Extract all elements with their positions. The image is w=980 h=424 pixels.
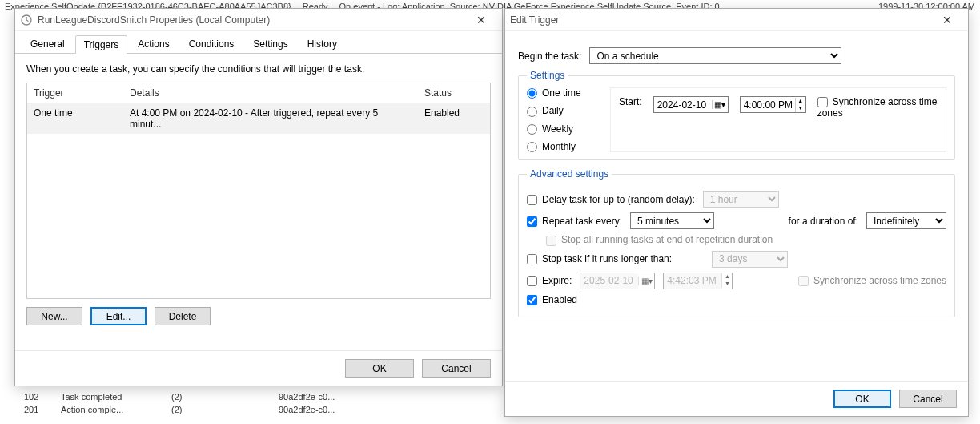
spin-down-icon[interactable]: ▼ <box>796 105 805 112</box>
repeat-interval-select[interactable]: 5 minutes <box>630 212 714 229</box>
cancel-button[interactable]: Cancel <box>422 359 491 378</box>
cancel-button[interactable]: Cancel <box>899 390 957 408</box>
expire-date-input: ▦▾ <box>580 273 655 289</box>
tab-bar: General Triggers Actions Conditions Sett… <box>15 31 502 54</box>
ok-button[interactable]: OK <box>833 390 891 408</box>
radio-daily[interactable]: Daily <box>527 105 599 116</box>
stop-longer-select: 3 days <box>712 251 788 268</box>
col-details[interactable]: Details <box>123 83 418 103</box>
dialog-title: RunLeagueDiscordSnitch Properties (Local… <box>38 14 270 26</box>
duration-select[interactable]: Indefinitely <box>866 212 946 229</box>
start-label: Start: <box>619 96 642 107</box>
close-button[interactable]: ✕ <box>465 10 497 30</box>
trigger-table[interactable]: Trigger Details Status One time At 4:00 … <box>26 83 491 299</box>
col-status[interactable]: Status <box>418 83 490 103</box>
begin-task-label: Begin the task: <box>518 50 581 62</box>
new-button[interactable]: New... <box>26 307 82 325</box>
titlebar: RunLeagueDiscordSnitch Properties (Local… <box>15 9 502 31</box>
stop-all-checkbox: Stop all running tasks at end of repetit… <box>546 234 773 245</box>
radio-one-time[interactable]: One time <box>527 87 599 99</box>
expire-sync-checkbox: Synchronize across time zones <box>798 275 946 286</box>
calendar-icon[interactable]: ▦▾ <box>712 100 728 109</box>
close-button[interactable]: ✕ <box>931 10 963 30</box>
table-row[interactable]: One time At 4:00 PM on 2024-02-10 - Afte… <box>27 103 490 134</box>
radio-weekly[interactable]: Weekly <box>527 123 599 135</box>
table-header: Trigger Details Status <box>27 83 490 103</box>
edit-trigger-dialog: Edit Trigger ✕ Begin the task: On a sche… <box>504 8 969 417</box>
begin-task-select[interactable]: On a schedule <box>589 47 841 64</box>
repeat-checkbox[interactable]: Repeat task every: <box>527 216 622 227</box>
tab-settings[interactable]: Settings <box>244 34 296 53</box>
tab-history[interactable]: History <box>299 34 346 53</box>
spin-up-icon: ▲ <box>722 273 732 281</box>
bg-event-list: 102Task completed(2)90a2df2e-c0... 201Ac… <box>24 390 335 416</box>
tab-conditions[interactable]: Conditions <box>180 34 243 53</box>
start-date-input[interactable]: ▦▾ <box>653 96 729 113</box>
schedule-radio-group: One time Daily Weekly Monthly <box>527 87 599 152</box>
tab-general[interactable]: General <box>22 34 74 53</box>
expire-checkbox[interactable]: Expire: <box>527 275 572 286</box>
spin-up-icon[interactable]: ▲ <box>796 98 805 105</box>
tab-triggers[interactable]: Triggers <box>75 35 128 54</box>
tab-actions[interactable]: Actions <box>129 34 178 53</box>
start-time-input[interactable]: ▲▼ <box>740 96 806 113</box>
delay-checkbox[interactable]: Delay task for up to (random delay): <box>527 194 695 205</box>
task-icon <box>20 14 33 26</box>
duration-label: for a duration of: <box>789 216 858 227</box>
titlebar: Edit Trigger ✕ <box>505 9 968 31</box>
edit-button[interactable]: Edit... <box>90 307 147 325</box>
col-trigger[interactable]: Trigger <box>27 83 123 103</box>
radio-monthly[interactable]: Monthly <box>527 141 599 152</box>
sync-tz-checkbox[interactable]: Synchronize across time zones <box>817 96 938 119</box>
stop-longer-checkbox[interactable]: Stop task if it runs longer than: <box>527 253 672 264</box>
expire-time-input: ▲▼ <box>663 273 733 289</box>
task-properties-dialog: RunLeagueDiscordSnitch Properties (Local… <box>14 8 503 386</box>
calendar-icon: ▦▾ <box>638 277 654 285</box>
spin-down-icon: ▼ <box>722 281 732 288</box>
delay-select: 1 hour <box>703 191 779 208</box>
ok-button[interactable]: OK <box>345 359 414 378</box>
delete-button[interactable]: Delete <box>155 307 211 325</box>
intro-text: When you create a task, you can specify … <box>26 63 491 75</box>
dialog-title: Edit Trigger <box>510 14 559 26</box>
enabled-checkbox[interactable]: Enabled <box>527 294 577 305</box>
settings-legend: Settings <box>527 70 568 81</box>
advanced-legend: Advanced settings <box>527 168 612 180</box>
